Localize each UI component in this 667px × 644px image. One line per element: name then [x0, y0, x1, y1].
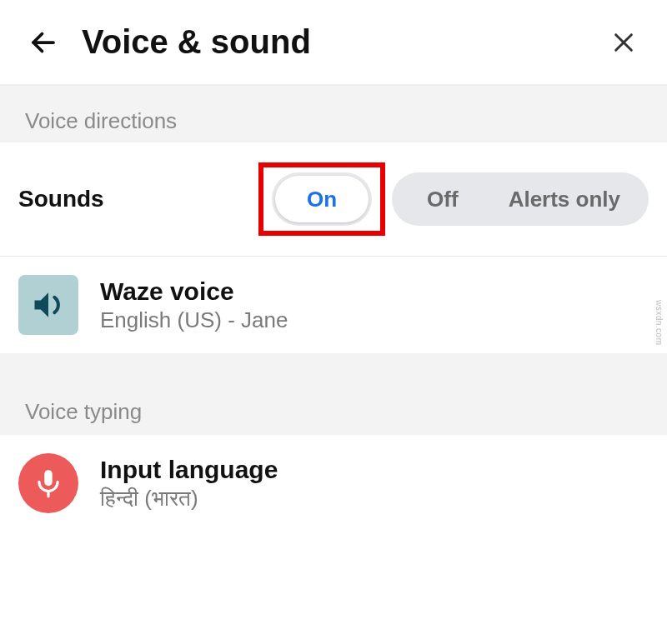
- back-button[interactable]: [25, 24, 62, 61]
- input-language-subtitle: हिन्दी (भारत): [100, 486, 278, 512]
- header: Voice & sound: [0, 0, 667, 86]
- sounds-segmented-control: On Off Alerts only: [258, 162, 649, 236]
- input-language-row[interactable]: Input language हिन्दी (भारत): [0, 435, 667, 532]
- segment-on-container: On: [272, 172, 372, 226]
- page-title: Voice & sound: [82, 23, 605, 61]
- highlight-annotation: On: [258, 162, 385, 236]
- speaker-icon: [30, 287, 67, 323]
- segment-off[interactable]: Off: [402, 176, 484, 222]
- waze-voice-title: Waze voice: [100, 277, 288, 306]
- microphone-icon: [33, 467, 64, 499]
- section-label: Voice directions: [25, 108, 177, 134]
- close-button[interactable]: [605, 24, 642, 61]
- waze-voice-row[interactable]: Waze voice English (US) - Jane: [0, 257, 667, 353]
- speaker-icon-container: [18, 275, 78, 335]
- sounds-label: Sounds: [18, 186, 104, 212]
- waze-voice-text: Waze voice English (US) - Jane: [100, 277, 288, 333]
- watermark: wsxdn.com: [654, 300, 664, 346]
- segment-alerts-only[interactable]: Alerts only: [484, 176, 645, 222]
- section-label: Voice typing: [25, 399, 142, 425]
- input-language-title: Input language: [100, 456, 278, 484]
- mic-icon-container: [18, 453, 78, 513]
- arrow-left-icon: [28, 27, 58, 57]
- segment-rest-container: Off Alerts only: [392, 172, 649, 226]
- sounds-row: Sounds On Off Alerts only: [0, 142, 667, 257]
- input-language-text: Input language हिन्दी (भारत): [100, 456, 278, 512]
- section-header-voice-typing: Voice typing: [0, 353, 667, 435]
- close-icon: [610, 29, 637, 56]
- section-header-voice-directions: Voice directions: [0, 86, 667, 142]
- segment-on[interactable]: On: [275, 176, 369, 222]
- waze-voice-subtitle: English (US) - Jane: [100, 307, 288, 333]
